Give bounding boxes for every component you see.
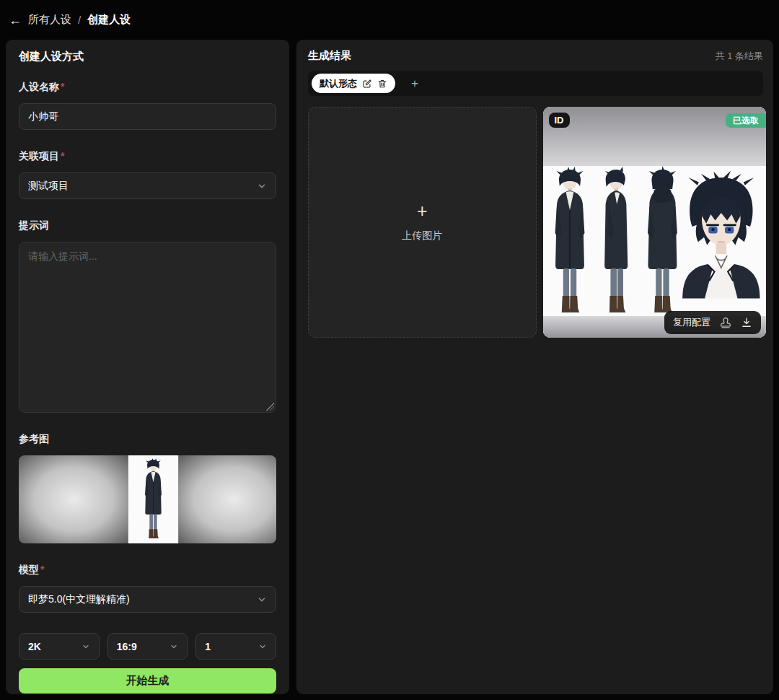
back-arrow-icon[interactable]: ← [9, 14, 22, 27]
reference-image[interactable] [19, 455, 276, 543]
reference-image-art [19, 455, 276, 543]
required-mark: * [61, 150, 64, 163]
reference-field: 参考图 [19, 433, 276, 446]
results-panel: 生成结果 共 1 条结果 默认形态 [296, 40, 773, 694]
project-select[interactable]: 测试项目 [19, 172, 276, 199]
breadcrumb-separator: / [78, 14, 81, 26]
edit-icon[interactable] [362, 79, 372, 89]
tab-label: 默认形态 [320, 77, 357, 90]
chevron-down-icon [257, 595, 267, 605]
plus-icon: + [417, 202, 428, 220]
label-text: 提示词 [19, 219, 49, 232]
result-card[interactable]: ID 已选取 复用配置 [543, 107, 767, 338]
download-icon[interactable] [741, 317, 752, 328]
project-label: 关联项目* [19, 150, 276, 163]
upload-label: 上传图片 [402, 229, 442, 242]
model-label: 模型* [19, 564, 276, 577]
model-select[interactable]: 即梦5.0(中文理解精准) [19, 586, 276, 613]
selected-badge: 已选取 [726, 113, 766, 128]
reuse-config-button[interactable]: 复用配置 [673, 316, 710, 329]
create-form-panel: 创建人设方式 人设名称* 关联项目* 测试项目 [6, 40, 289, 694]
persona-name-label: 人设名称* [19, 81, 276, 94]
breadcrumb-current-page: 创建人设 [87, 13, 131, 27]
results-tabbar: 默认形态 + [308, 71, 763, 96]
stamp-icon[interactable] [720, 317, 731, 328]
form-panel-title: 创建人设方式 [19, 50, 276, 64]
generate-button[interactable]: 开始生成 [19, 668, 276, 694]
breadcrumb-all-personas[interactable]: 所有人设 [28, 13, 71, 27]
label-text: 参考图 [19, 433, 49, 446]
count-value: 1 [205, 641, 211, 652]
prompt-label: 提示词 [19, 219, 276, 232]
textarea-resize-handle[interactable] [266, 403, 274, 411]
project-field: 关联项目* 测试项目 [19, 150, 276, 199]
model-select-value: 即梦5.0(中文理解精准) [28, 593, 130, 606]
reference-label: 参考图 [19, 433, 276, 446]
aspect-ratio-select[interactable]: 16:9 [107, 633, 188, 660]
tab-default-form[interactable]: 默认形态 [312, 74, 395, 93]
required-mark: * [61, 81, 64, 94]
generation-options-row: 2K 16:9 1 [19, 633, 276, 660]
add-tab-button[interactable]: + [405, 77, 424, 89]
create-persona-page: ← 所有人设 / 创建人设 创建人设方式 人设名称* 关联项目* 测试项目 [0, 0, 779, 700]
count-select[interactable]: 1 [195, 633, 276, 660]
chevron-down-icon [82, 642, 90, 651]
reuse-config-bar: 复用配置 [664, 311, 761, 334]
label-text: 关联项目 [19, 150, 59, 163]
persona-name-field: 人设名称* [19, 81, 276, 130]
chevron-down-icon [258, 642, 267, 651]
results-title: 生成结果 [308, 49, 351, 63]
persona-name-input[interactable] [19, 103, 276, 130]
results-header: 生成结果 共 1 条结果 [308, 49, 766, 63]
resolution-value: 2K [28, 641, 41, 652]
upload-image-dropzone[interactable]: + 上传图片 [308, 107, 537, 338]
label-text: 人设名称 [19, 81, 59, 94]
resolution-select[interactable]: 2K [19, 633, 100, 660]
label-text: 模型 [19, 564, 39, 577]
project-select-value: 测试项目 [28, 180, 69, 193]
prompt-textarea[interactable] [19, 242, 276, 413]
prompt-input-wrap [19, 242, 276, 413]
results-count: 共 1 条结果 [716, 50, 763, 63]
prompt-field: 提示词 [19, 219, 276, 232]
result-image [543, 107, 767, 338]
id-badge: ID [549, 113, 570, 128]
trash-icon[interactable] [377, 79, 387, 89]
chevron-down-icon [257, 181, 267, 191]
results-grid: + 上传图片 ID 已选取 复 [308, 107, 766, 338]
aspect-ratio-value: 16:9 [117, 641, 137, 652]
chevron-down-icon [170, 642, 178, 651]
required-mark: * [40, 564, 44, 577]
breadcrumb: ← 所有人设 / 创建人设 [0, 0, 779, 40]
model-field: 模型* 即梦5.0(中文理解精准) [19, 564, 276, 613]
